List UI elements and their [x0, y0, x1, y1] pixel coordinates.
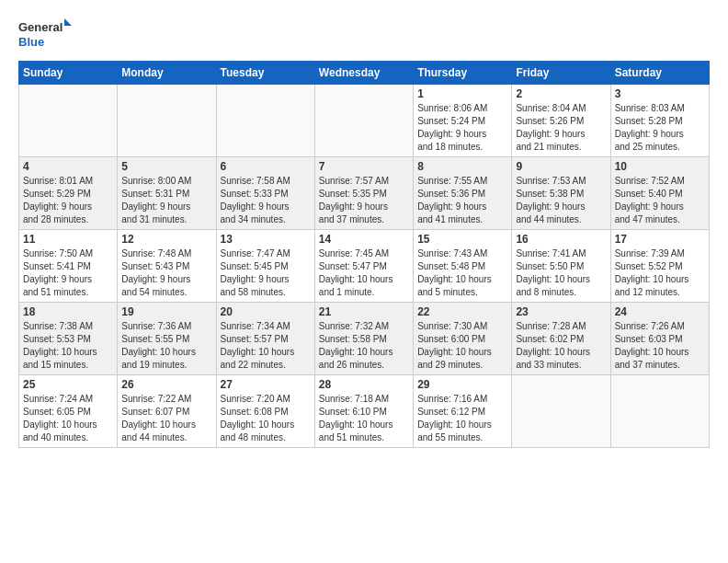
day-cell: 1Sunrise: 8:06 AMSunset: 5:24 PMDaylight… [414, 85, 512, 157]
day-number: 28 [319, 378, 409, 391]
day-info: Sunrise: 7:50 AMSunset: 5:41 PMDaylight:… [23, 247, 113, 299]
day-number: 20 [221, 305, 311, 318]
day-info: Sunrise: 7:34 AMSunset: 5:57 PMDaylight:… [221, 320, 311, 372]
day-cell: 26Sunrise: 7:22 AMSunset: 6:07 PMDayligh… [118, 375, 216, 448]
day-info: Sunrise: 7:53 AMSunset: 5:38 PMDaylight:… [516, 175, 606, 226]
day-cell: 24Sunrise: 7:26 AMSunset: 6:03 PMDayligh… [610, 303, 709, 375]
day-info: Sunrise: 7:41 AMSunset: 5:50 PMDaylight:… [516, 247, 606, 299]
day-info: Sunrise: 7:48 AMSunset: 5:43 PMDaylight:… [121, 247, 211, 299]
day-number: 1 [417, 87, 507, 100]
day-cell [512, 375, 610, 448]
day-number: 16 [516, 233, 606, 246]
day-cell: 29Sunrise: 7:16 AMSunset: 6:12 PMDayligh… [414, 375, 512, 448]
day-number: 23 [516, 305, 606, 318]
day-info: Sunrise: 7:16 AMSunset: 6:12 PMDaylight:… [417, 393, 507, 444]
day-info: Sunrise: 7:52 AMSunset: 5:40 PMDaylight:… [615, 175, 705, 226]
day-number: 25 [23, 378, 113, 391]
day-number: 9 [516, 160, 606, 173]
day-cell [19, 85, 118, 157]
day-cell: 19Sunrise: 7:36 AMSunset: 5:55 PMDayligh… [118, 303, 216, 375]
day-cell: 10Sunrise: 7:52 AMSunset: 5:40 PMDayligh… [610, 157, 709, 230]
week-row-3: 11Sunrise: 7:50 AMSunset: 5:41 PMDayligh… [19, 230, 710, 303]
day-cell: 22Sunrise: 7:30 AMSunset: 6:00 PMDayligh… [414, 303, 512, 375]
day-cell: 21Sunrise: 7:32 AMSunset: 5:58 PMDayligh… [314, 303, 413, 375]
svg-text:Blue: Blue [18, 35, 44, 49]
day-number: 2 [516, 87, 606, 100]
col-header-sunday: Sunday [19, 62, 118, 85]
day-info: Sunrise: 7:26 AMSunset: 6:03 PMDaylight:… [615, 320, 705, 372]
week-row-4: 18Sunrise: 7:38 AMSunset: 5:53 PMDayligh… [19, 303, 710, 375]
day-number: 5 [121, 160, 211, 173]
day-cell [216, 85, 314, 157]
col-header-wednesday: Wednesday [314, 62, 413, 85]
day-cell: 16Sunrise: 7:41 AMSunset: 5:50 PMDayligh… [512, 230, 610, 303]
svg-marker-1 [64, 18, 72, 26]
day-info: Sunrise: 7:57 AMSunset: 5:35 PMDaylight:… [319, 175, 409, 226]
day-number: 13 [221, 233, 311, 246]
day-number: 4 [23, 160, 113, 173]
day-number: 26 [121, 378, 211, 391]
day-cell: 11Sunrise: 7:50 AMSunset: 5:41 PMDayligh… [19, 230, 118, 303]
col-header-tuesday: Tuesday [216, 62, 314, 85]
week-row-2: 4Sunrise: 8:01 AMSunset: 5:29 PMDaylight… [19, 157, 710, 230]
day-cell: 28Sunrise: 7:18 AMSunset: 6:10 PMDayligh… [314, 375, 413, 448]
day-number: 22 [417, 305, 507, 318]
calendar: SundayMondayTuesdayWednesdayThursdayFrid… [18, 61, 710, 448]
day-number: 15 [417, 233, 507, 246]
day-cell [118, 85, 216, 157]
day-number: 8 [417, 160, 507, 173]
day-cell: 7Sunrise: 7:57 AMSunset: 5:35 PMDaylight… [314, 157, 413, 230]
week-row-5: 25Sunrise: 7:24 AMSunset: 6:05 PMDayligh… [19, 375, 710, 448]
day-number: 21 [319, 305, 409, 318]
day-number: 6 [221, 160, 311, 173]
day-info: Sunrise: 8:01 AMSunset: 5:29 PMDaylight:… [23, 175, 113, 226]
day-number: 7 [319, 160, 409, 173]
day-cell: 5Sunrise: 8:00 AMSunset: 5:31 PMDaylight… [118, 157, 216, 230]
day-cell: 17Sunrise: 7:39 AMSunset: 5:52 PMDayligh… [610, 230, 709, 303]
day-cell: 18Sunrise: 7:38 AMSunset: 5:53 PMDayligh… [19, 303, 118, 375]
day-cell: 2Sunrise: 8:04 AMSunset: 5:26 PMDaylight… [512, 85, 610, 157]
day-info: Sunrise: 7:43 AMSunset: 5:48 PMDaylight:… [417, 247, 507, 299]
header: General Blue [18, 17, 710, 52]
day-cell [314, 85, 413, 157]
day-number: 3 [615, 87, 705, 100]
day-info: Sunrise: 8:06 AMSunset: 5:24 PMDaylight:… [417, 102, 507, 154]
day-cell: 15Sunrise: 7:43 AMSunset: 5:48 PMDayligh… [414, 230, 512, 303]
day-cell: 25Sunrise: 7:24 AMSunset: 6:05 PMDayligh… [19, 375, 118, 448]
day-cell: 8Sunrise: 7:55 AMSunset: 5:36 PMDaylight… [414, 157, 512, 230]
day-cell: 3Sunrise: 8:03 AMSunset: 5:28 PMDaylight… [610, 85, 709, 157]
day-info: Sunrise: 7:38 AMSunset: 5:53 PMDaylight:… [23, 320, 113, 372]
day-number: 10 [615, 160, 705, 173]
day-info: Sunrise: 7:55 AMSunset: 5:36 PMDaylight:… [417, 175, 507, 226]
day-info: Sunrise: 7:18 AMSunset: 6:10 PMDaylight:… [319, 393, 409, 444]
day-number: 24 [615, 305, 705, 318]
day-cell: 14Sunrise: 7:45 AMSunset: 5:47 PMDayligh… [314, 230, 413, 303]
day-number: 11 [23, 233, 113, 246]
svg-text:General: General [18, 20, 63, 34]
day-cell: 9Sunrise: 7:53 AMSunset: 5:38 PMDaylight… [512, 157, 610, 230]
day-number: 12 [121, 233, 211, 246]
day-info: Sunrise: 7:30 AMSunset: 6:00 PMDaylight:… [417, 320, 507, 372]
day-info: Sunrise: 7:58 AMSunset: 5:33 PMDaylight:… [221, 175, 311, 226]
day-number: 18 [23, 305, 113, 318]
day-number: 14 [319, 233, 409, 246]
day-info: Sunrise: 7:24 AMSunset: 6:05 PMDaylight:… [23, 393, 113, 444]
day-cell [610, 375, 709, 448]
day-info: Sunrise: 7:39 AMSunset: 5:52 PMDaylight:… [615, 247, 705, 299]
logo: General Blue [18, 17, 74, 52]
day-info: Sunrise: 7:47 AMSunset: 5:45 PMDaylight:… [221, 247, 311, 299]
day-info: Sunrise: 7:20 AMSunset: 6:08 PMDaylight:… [221, 393, 311, 444]
day-number: 29 [417, 378, 507, 391]
day-cell: 20Sunrise: 7:34 AMSunset: 5:57 PMDayligh… [216, 303, 314, 375]
day-cell: 23Sunrise: 7:28 AMSunset: 6:02 PMDayligh… [512, 303, 610, 375]
col-header-thursday: Thursday [414, 62, 512, 85]
day-info: Sunrise: 7:22 AMSunset: 6:07 PMDaylight:… [121, 393, 211, 444]
header-row: SundayMondayTuesdayWednesdayThursdayFrid… [19, 62, 710, 85]
day-info: Sunrise: 7:45 AMSunset: 5:47 PMDaylight:… [319, 247, 409, 299]
col-header-friday: Friday [512, 62, 610, 85]
day-number: 27 [221, 378, 311, 391]
week-row-1: 1Sunrise: 8:06 AMSunset: 5:24 PMDaylight… [19, 85, 710, 157]
day-info: Sunrise: 8:00 AMSunset: 5:31 PMDaylight:… [121, 175, 211, 226]
col-header-monday: Monday [118, 62, 216, 85]
day-cell: 13Sunrise: 7:47 AMSunset: 5:45 PMDayligh… [216, 230, 314, 303]
